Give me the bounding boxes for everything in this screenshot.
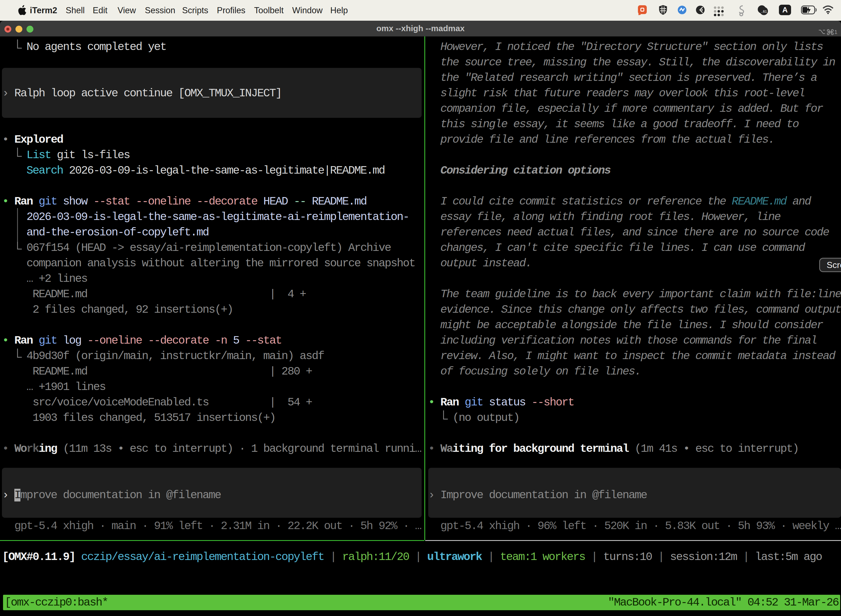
svg-text:..61: ..61 — [761, 9, 767, 13]
svg-text:1: 1 — [834, 29, 838, 35]
